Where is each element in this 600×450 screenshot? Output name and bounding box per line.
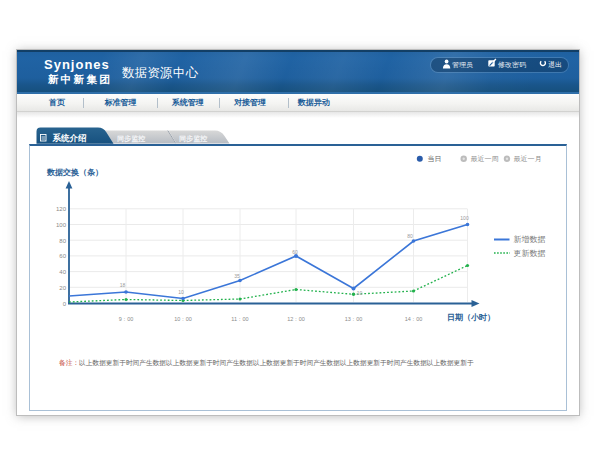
svg-text:10：00: 10：00 bbox=[174, 316, 192, 322]
svg-text:80: 80 bbox=[59, 238, 66, 244]
svg-text:14：00: 14：00 bbox=[405, 316, 423, 322]
svg-text:80: 80 bbox=[407, 233, 413, 239]
svg-text:新增数据: 新增数据 bbox=[514, 235, 546, 244]
svg-text:20: 20 bbox=[59, 285, 66, 291]
svg-text:日期（小时）: 日期（小时） bbox=[447, 313, 495, 322]
svg-text:系统介绍: 系统介绍 bbox=[52, 133, 88, 143]
svg-text:最近一月: 最近一月 bbox=[514, 155, 542, 163]
svg-text:60: 60 bbox=[59, 253, 66, 259]
svg-text:最近一周: 最近一周 bbox=[471, 155, 499, 162]
svg-text:10: 10 bbox=[178, 289, 184, 295]
svg-text:11：00: 11：00 bbox=[231, 316, 248, 322]
svg-text:9：00: 9：00 bbox=[119, 316, 134, 322]
svg-text:0: 0 bbox=[63, 301, 67, 307]
svg-text:40: 40 bbox=[59, 269, 66, 275]
svg-text:18: 18 bbox=[120, 282, 126, 288]
svg-text:13：00: 13：00 bbox=[345, 316, 363, 322]
svg-text:100: 100 bbox=[56, 222, 67, 228]
svg-text:35: 35 bbox=[234, 273, 240, 279]
svg-text:数据交换（条）: 数据交换（条） bbox=[46, 168, 103, 177]
svg-text:10: 10 bbox=[357, 290, 363, 296]
svg-text:100: 100 bbox=[460, 215, 469, 221]
svg-text:12：00: 12：00 bbox=[287, 316, 305, 322]
svg-text:同步监控: 同步监控 bbox=[117, 135, 145, 143]
svg-text:120: 120 bbox=[56, 206, 67, 212]
svg-text:同步监控: 同步监控 bbox=[179, 135, 207, 143]
svg-text:当日: 当日 bbox=[428, 155, 442, 163]
svg-text:60: 60 bbox=[292, 249, 298, 255]
svg-text:更新数据: 更新数据 bbox=[514, 249, 546, 258]
